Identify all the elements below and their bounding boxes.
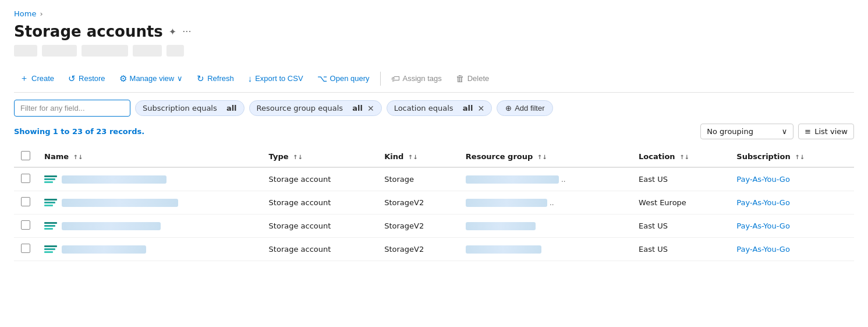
trash-icon: 🗑 [456,73,465,83]
row1-checkbox-cell[interactable] [14,167,37,191]
breadcrumb: Home › [14,9,854,18]
storage-icon-bar-3 [44,251,53,253]
select-all-checkbox[interactable] [21,151,30,160]
row2-name-blurred [62,199,178,207]
row1-kind: Storage [377,167,459,191]
storage-icon-bar-2 [44,225,55,227]
row2-checkbox-cell[interactable] [14,191,37,215]
row1-rg-blurred [466,175,559,184]
storage-icon-row2 [44,199,57,206]
add-filter-button[interactable]: ⊕ Add filter [497,100,553,116]
filter-input[interactable] [14,100,130,117]
storage-icon-bar-2 [44,202,55,203]
row3-location: East US [632,215,729,238]
col-header-location[interactable]: Location ↑↓ [632,146,729,167]
row4-checkbox-cell[interactable] [14,238,37,261]
row4-resource-group [459,238,632,261]
results-range: 1 to 23 [53,127,83,136]
location-filter-close[interactable]: ✕ [477,104,484,112]
page-header: Storage accounts ✦ ··· [14,23,854,40]
blurred-icon-3 [82,45,128,57]
col-header-resource-group[interactable]: Resource group ↑↓ [459,146,632,167]
storage-icon-row4 [44,245,57,253]
row2-kind: StorageV2 [377,191,459,215]
row1-subscription[interactable]: Pay-As-You-Go [729,167,854,191]
row1-type: Storage account [262,167,378,191]
resource-group-sort-icon: ↑↓ [537,154,547,160]
row3-rg-blurred [466,222,536,230]
row3-name-blurred [62,222,161,230]
kind-sort-icon: ↑↓ [408,154,418,160]
table-row: Storage account Storage .. East US Pay-A… [14,167,854,191]
delete-button[interactable]: 🗑 Delete [450,70,495,87]
row2-name[interactable] [37,191,262,215]
row4-checkbox[interactable] [21,244,30,253]
export-csv-button[interactable]: ↓ Export to CSV [242,70,309,87]
table-row: Storage account StorageV2 .. West Europe… [14,191,854,215]
row1-resource-group: .. [459,167,632,191]
row3-resource-group [459,215,632,238]
row3-checkbox-cell[interactable] [14,215,37,238]
grouping-chevron-icon: ∨ [782,127,788,136]
icon-row [14,45,854,57]
storage-icon-bar-3 [44,205,53,206]
col-header-subscription[interactable]: Subscription ↑↓ [729,146,854,167]
row2-subscription[interactable]: Pay-As-You-Go [729,191,854,215]
row4-name[interactable] [37,238,262,261]
blurred-icon-2 [42,45,77,57]
row1-rg-dots: .. [561,175,566,184]
row4-type: Storage account [262,238,378,261]
row3-name[interactable] [37,215,262,238]
row1-checkbox[interactable] [21,174,30,183]
storage-accounts-table: Name ↑↓ Type ↑↓ Kind ↑↓ Resource group ↑… [14,146,854,261]
col-header-kind[interactable]: Kind ↑↓ [377,146,459,167]
row4-subscription[interactable]: Pay-As-You-Go [729,238,854,261]
blurred-icon-1 [14,45,37,57]
restore-icon: ↺ [68,73,76,84]
row2-resource-group: .. [459,191,632,215]
row2-type: Storage account [262,191,378,215]
col-header-type[interactable]: Type ↑↓ [262,146,378,167]
grouping-dropdown[interactable]: No grouping ∨ [700,124,793,139]
more-options-icon[interactable]: ··· [182,26,191,37]
breadcrumb-home[interactable]: Home [14,9,36,18]
row3-subscription[interactable]: Pay-As-You-Go [729,215,854,238]
storage-icon-bar-1 [44,175,57,177]
location-sort-icon: ↑↓ [679,154,689,160]
resource-group-filter-close[interactable]: ✕ [367,104,374,112]
toolbar: ＋ Create ↺ Restore ⚙ Manage view ∨ ↻ Ref… [14,65,854,93]
add-filter-icon: ⊕ [505,104,512,112]
row1-name[interactable] [37,167,262,191]
refresh-button[interactable]: ↻ Refresh [191,70,240,87]
subscription-sort-icon: ↑↓ [795,154,805,160]
create-button[interactable]: ＋ Create [14,69,60,87]
breadcrumb-separator: › [40,9,42,18]
name-sort-icon: ↑↓ [73,154,83,160]
location-filter-pill: Location equals all ✕ [387,100,493,116]
location-filter-value: all [463,104,473,112]
query-icon: ⌥ [317,73,327,84]
blurred-icon-5 [166,45,184,57]
row4-kind: StorageV2 [377,238,459,261]
row4-location: East US [632,238,729,261]
location-filter-label: Location equals [394,104,454,112]
table-row: Storage account StorageV2 East US Pay-As… [14,215,854,238]
resource-group-filter-pill: Resource group equals all ✕ [249,100,382,116]
select-all-header[interactable] [14,146,37,167]
open-query-button[interactable]: ⌥ Open query [311,70,375,87]
row2-location: West Europe [632,191,729,215]
list-view-button[interactable]: ≡ List view [798,124,854,139]
pin-icon[interactable]: ✦ [169,26,176,37]
storage-icon-bar-1 [44,245,57,247]
assign-tags-button[interactable]: 🏷 Assign tags [385,70,448,87]
row3-checkbox[interactable] [21,220,30,230]
col-header-name[interactable]: Name ↑↓ [37,146,262,167]
row4-rg-blurred [466,245,541,254]
storage-icon-bar-2 [44,178,55,180]
resource-group-filter-label: Resource group equals [257,104,343,112]
manage-view-button[interactable]: ⚙ Manage view ∨ [114,70,189,87]
gear-icon: ⚙ [119,73,127,84]
results-bar: Showing 1 to 23 of 23 records. No groupi… [14,124,854,139]
restore-button[interactable]: ↺ Restore [62,70,111,87]
row2-checkbox[interactable] [21,197,30,206]
